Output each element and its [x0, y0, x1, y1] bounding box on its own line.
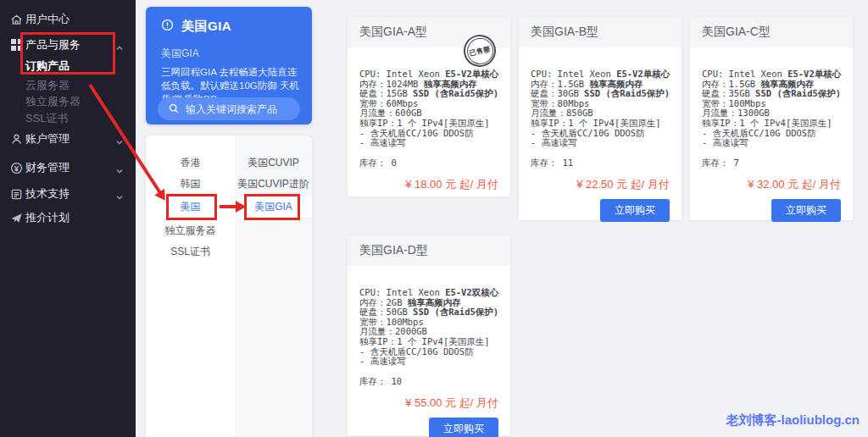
spec-list: CPU: Intel Xeon E5-V2双核心内存：2GB 独享高频内存硬盘：… — [359, 288, 498, 367]
category-nav: 香港 韩国 美国 独立服务器 SSL证书 美国CUVIP 美国CUVIP进阶 美… — [146, 136, 312, 437]
subcategory-usa-gia[interactable]: 美国GIA — [235, 196, 312, 218]
sidebar-item-order-products[interactable]: 订购产品 — [0, 58, 136, 75]
search-icon — [169, 102, 179, 117]
referral-icon — [10, 212, 23, 224]
sidebar-item-account-mgmt[interactable]: 账户管理 — [0, 130, 136, 147]
sidebar-item-products-services[interactable]: 产品与服务 — [0, 36, 136, 53]
product-card-gia-d: 美国GIA-D型 CPU: Intel Xeon E5-V2双核心内存：2GB … — [348, 235, 510, 435]
search-input[interactable] — [186, 103, 292, 115]
spec-line: - 高速读写 — [702, 138, 841, 148]
sidebar-item-label: 云服务器 — [25, 78, 70, 93]
info-icon — [161, 19, 174, 35]
sidebar-item-user-center[interactable]: 用户中心 — [0, 11, 136, 28]
sidebar: 用户中心 产品与服务 订购产品 云服务器 独立服务器 SSL证书 账户 — [0, 0, 136, 437]
stock-row: 库存：10 — [359, 376, 498, 388]
spec-list: CPU: Intel Xeon E5-V2单核心内存：1.5GB 独享高频内存硬… — [702, 69, 841, 148]
spec-line: - 高速读写 — [359, 357, 498, 367]
price: ¥ 22.50 元 起/ 月付 — [531, 177, 670, 192]
spec-line: - 高速读写 — [531, 138, 670, 148]
sidebar-item-label: 订购产品 — [25, 58, 70, 74]
category-hongkong[interactable]: 香港 — [146, 152, 235, 174]
spec-line: - 高速读写 — [359, 138, 498, 148]
subcategory-usa-cuvip[interactable]: 美国CUVIP — [235, 152, 312, 174]
category-dedicated-server[interactable]: 独立服务器 — [146, 220, 235, 241]
chevron-down-icon — [115, 135, 124, 143]
product-title: 美国GIA-D型 — [348, 235, 510, 266]
sidebar-item-label: 推介计划 — [25, 210, 70, 225]
panel-subtitle: 美国GIA — [161, 47, 199, 61]
product-title: 美国GIA-C型 — [690, 17, 853, 47]
finance-icon — [10, 162, 23, 174]
product-card-gia-a: 美国GIA-A型 已售罄 CPU: Intel Xeon E5-V2单核心内存：… — [348, 17, 510, 196]
sidebar-item-dedicated-server[interactable]: 独立服务器 — [0, 93, 136, 110]
spec-list: CPU: Intel Xeon E5-V2单核心内存：1.5GB 独享高频内存硬… — [531, 69, 670, 148]
sidebar-item-label: 财务管理 — [25, 160, 70, 175]
product-card-gia-b: 美国GIA-B型 CPU: Intel Xeon E5-V2单核心内存：1.5G… — [519, 17, 682, 220]
product-title: 美国GIA-B型 — [519, 17, 682, 47]
chevron-down-icon — [115, 163, 124, 172]
watermark: 老刘博客-laoliublog.cn — [726, 412, 860, 429]
support-icon — [10, 188, 23, 201]
sidebar-item-ssl-cert[interactable]: SSL证书 — [0, 110, 136, 127]
home-icon — [10, 14, 23, 26]
spec-list: CPU: Intel Xeon E5-V2单核心内存：1024MB 独享高频内存… — [359, 69, 498, 148]
category-ssl-cert[interactable]: SSL证书 — [146, 241, 235, 263]
sidebar-item-label: 技术支持 — [25, 186, 70, 202]
sidebar-item-label: 独立服务器 — [25, 94, 81, 109]
chevron-up-icon — [115, 41, 124, 49]
subcategory-usa-cuvip-advanced[interactable]: 美国CUVIP进阶 — [235, 174, 312, 195]
stock-row: 库存：11 — [531, 158, 670, 169]
buy-now-button[interactable]: 立即购买 — [429, 418, 498, 437]
price: ¥ 55.00 元 起/ 月付 — [359, 396, 498, 411]
sidebar-item-label: 用户中心 — [25, 12, 70, 27]
grid-icon — [10, 39, 23, 52]
sidebar-item-cloud-server[interactable]: 云服务器 — [0, 77, 136, 94]
sidebar-item-label: 账户管理 — [25, 131, 70, 147]
buy-now-button[interactable]: 立即购买 — [771, 199, 841, 222]
stock-row: 库存：7 — [702, 158, 841, 169]
price: ¥ 18.00 元 起/ 月付 — [359, 177, 498, 192]
buy-now-button[interactable]: 立即购买 — [600, 199, 670, 222]
category-usa[interactable]: 美国 — [146, 196, 235, 218]
user-icon — [10, 133, 23, 146]
chevron-down-icon — [115, 190, 124, 198]
product-group-panel: 美国GIA 美国GIA 三网回程GIA 去程畅通大陆直连低负载。默认赠送10G防… — [146, 7, 312, 124]
product-card-gia-c: 美国GIA-C型 CPU: Intel Xeon E5-V2单核心内存：1.5G… — [690, 17, 853, 220]
category-korea[interactable]: 韩国 — [146, 174, 235, 195]
panel-title: 美国GIA — [181, 19, 231, 35]
sidebar-item-label: 产品与服务 — [25, 37, 81, 53]
sidebar-item-referral-plan[interactable]: 推介计划 — [0, 209, 136, 226]
product-search[interactable] — [158, 97, 300, 120]
sidebar-item-tech-support[interactable]: 技术支持 — [0, 185, 136, 202]
sidebar-item-label: SSL证书 — [25, 111, 69, 126]
price: ¥ 32.00 元 起/ 月付 — [702, 177, 841, 192]
sold-out-label: 已售罄 — [465, 36, 496, 67]
sidebar-item-finance-mgmt[interactable]: 财务管理 — [0, 159, 136, 176]
page: 用户中心 产品与服务 订购产品 云服务器 独立服务器 SSL证书 账户 — [0, 0, 868, 437]
stock-row: 库存：0 — [359, 158, 498, 169]
